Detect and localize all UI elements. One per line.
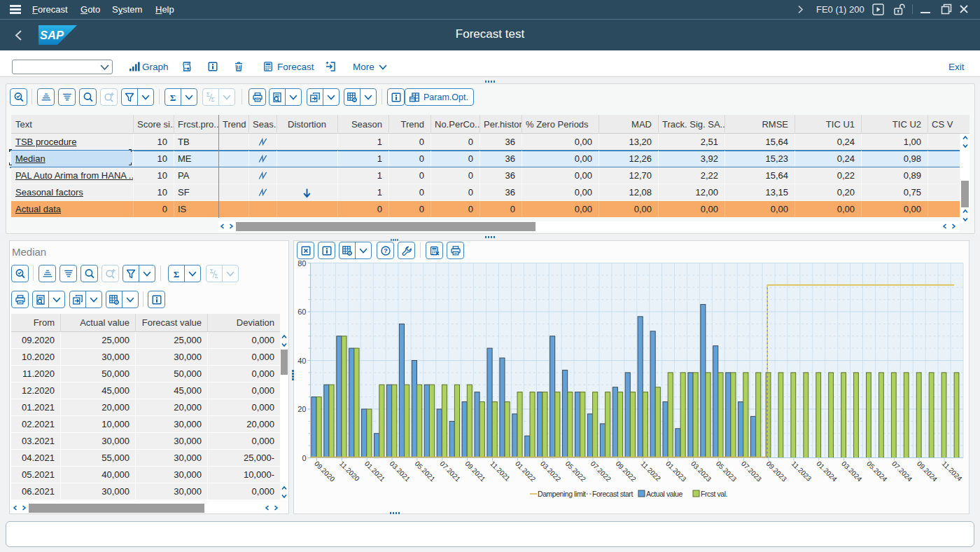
svg-text:03.2022: 03.2022 [539,460,563,483]
svg-text:07.2023: 07.2023 [740,460,764,483]
svg-text:Σ: Σ [215,273,218,280]
svg-text:01.2021: 01.2021 [363,460,387,483]
svg-text:11.2024: 11.2024 [941,460,964,483]
svg-text:05.2021: 05.2021 [413,460,437,483]
svg-text:07.2024: 07.2024 [890,460,914,483]
svg-text:11.2023: 11.2023 [790,460,813,483]
svg-text:09.2020: 09.2020 [313,460,337,483]
svg-text:Actual value: Actual value [646,490,682,498]
svg-text:07.2021: 07.2021 [438,460,462,483]
svg-text:80: 80 [298,259,306,268]
svg-text:05.2023: 05.2023 [715,460,738,483]
svg-text:Dampening limit: Dampening limit [538,490,586,498]
svg-text:05.2022: 05.2022 [564,460,588,483]
svg-text:11.2022: 11.2022 [639,460,662,483]
svg-text:Forecast start: Forecast start [592,490,633,498]
svg-text:Σ: Σ [210,268,214,275]
svg-text:60: 60 [298,308,306,316]
svg-text:03.2021: 03.2021 [388,460,412,483]
svg-text:40: 40 [298,357,306,365]
svg-text:20: 20 [298,405,306,413]
svg-text:11.2020: 11.2020 [338,460,361,483]
svg-text:11.2021: 11.2021 [489,460,512,483]
svg-text:07.2022: 07.2022 [589,460,613,483]
svg-text:Frcst val.: Frcst val. [701,490,727,498]
svg-text:09.2021: 09.2021 [463,460,487,483]
svg-text:09.2022: 09.2022 [614,460,638,483]
svg-text:01.2024: 01.2024 [815,460,839,483]
svg-text:09.2024: 09.2024 [916,460,939,483]
svg-text:01.2023: 01.2023 [664,460,688,483]
svg-text:01.2022: 01.2022 [514,460,538,483]
svg-text:Σ: Σ [174,268,180,279]
svg-text:03.2023: 03.2023 [690,460,713,483]
svg-text:0: 0 [302,454,306,462]
svg-text:03.2024: 03.2024 [840,460,864,483]
svg-text:05.2024: 05.2024 [865,460,889,483]
svg-text:09.2023: 09.2023 [765,460,789,483]
